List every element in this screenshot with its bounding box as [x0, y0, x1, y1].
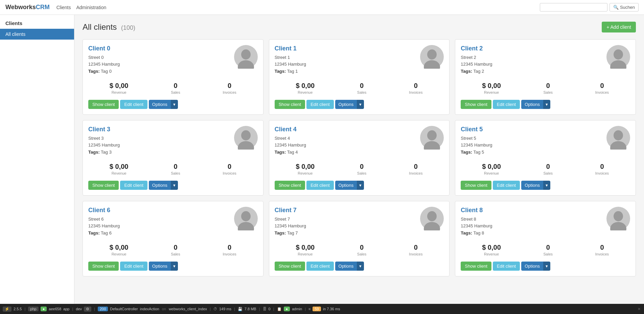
options-button[interactable]: Options: [521, 100, 543, 109]
invoices-stat: 0 Invoices: [223, 163, 236, 175]
search-input[interactable]: [540, 3, 607, 12]
sales-stat: 0 Sales: [357, 163, 367, 175]
sales-label: Sales: [544, 171, 553, 175]
client-name: Client 2: [461, 45, 603, 52]
avatar: [420, 126, 444, 150]
client-card-1: Client 1 Street 112345 Hamburg Tags: Tag…: [269, 39, 450, 115]
invoices-label: Invoices: [595, 252, 609, 256]
card-top: Client 6 Street 612345 Hamburg Tags: Tag…: [88, 207, 258, 236]
search-area: 🔍 Suchen: [540, 3, 639, 12]
revenue-stat: $ 0,00 Revenue: [296, 82, 315, 94]
options-caret-button[interactable]: ▾: [543, 100, 550, 109]
invoices-value: 0: [223, 244, 236, 251]
options-caret-button[interactable]: ▾: [357, 262, 364, 271]
show-client-button[interactable]: Show client: [275, 181, 305, 190]
options-button[interactable]: Options: [335, 181, 357, 190]
options-caret-button[interactable]: ▾: [357, 181, 364, 190]
show-client-button[interactable]: Show client: [88, 181, 119, 190]
client-stats: $ 0,00 Revenue 0 Sales 0 Invoices: [88, 244, 258, 256]
show-client-button[interactable]: Show client: [461, 100, 491, 109]
navbar: WebworksCRM Clients Administration 🔍 Suc…: [0, 0, 644, 15]
options-caret-button[interactable]: ▾: [171, 100, 178, 109]
invoices-label: Invoices: [409, 171, 422, 175]
sales-value: 0: [171, 163, 180, 171]
options-button[interactable]: Options: [521, 262, 543, 271]
edit-client-button[interactable]: Edit client: [120, 100, 147, 109]
edit-client-button[interactable]: Edit client: [306, 100, 334, 109]
client-info: Client 2 Street 212345 Hamburg Tags: Tag…: [461, 45, 603, 74]
svg-point-1: [241, 49, 251, 60]
options-caret-button[interactable]: ▾: [543, 262, 550, 271]
client-stats: $ 0,00 Revenue 0 Sales 0 Invoices: [275, 163, 444, 175]
client-grid: Client 0 Street 012345 Hamburg Tags: Tag…: [83, 39, 636, 276]
client-tags: Tags: Tag 7: [275, 230, 417, 236]
client-name: Client 4: [275, 126, 417, 133]
invoices-stat: 0 Invoices: [595, 82, 609, 94]
client-tags: Tags: Tag 8: [461, 230, 603, 236]
client-actions: Show client Edit client Options ▾: [88, 262, 258, 271]
client-actions: Show client Edit client Options ▾: [461, 181, 630, 190]
sidebar: Clients All clients: [0, 15, 74, 304]
options-button[interactable]: Options: [149, 262, 171, 271]
revenue-label: Revenue: [482, 171, 501, 175]
options-group: Options ▾: [149, 100, 178, 109]
svg-point-19: [241, 211, 251, 221]
client-count: (100): [121, 24, 135, 31]
avatar: [606, 207, 630, 230]
edit-client-button[interactable]: Edit client: [306, 262, 334, 271]
sidebar-item-all-clients[interactable]: All clients: [0, 29, 74, 40]
show-client-button[interactable]: Show client: [461, 262, 491, 271]
revenue-value: $ 0,00: [482, 82, 501, 90]
show-client-button[interactable]: Show client: [275, 100, 305, 109]
invoices-value: 0: [595, 163, 609, 171]
options-caret-button[interactable]: ▾: [171, 181, 178, 190]
client-card-3: Client 3 Street 312345 Hamburg Tags: Tag…: [83, 120, 263, 196]
sidebar-heading: Clients: [0, 20, 74, 29]
edit-client-button[interactable]: Edit client: [306, 181, 334, 190]
brand: WebworksCRM: [5, 4, 50, 11]
sales-stat: 0 Sales: [357, 82, 367, 94]
add-client-button[interactable]: + Add client: [602, 22, 636, 32]
sales-stat: 0 Sales: [544, 82, 553, 94]
client-card-5: Client 5 Street 512345 Hamburg Tags: Tag…: [455, 120, 636, 196]
edit-client-button[interactable]: Edit client: [493, 181, 520, 190]
sales-label: Sales: [171, 171, 180, 175]
invoices-stat: 0 Invoices: [223, 244, 236, 256]
show-client-button[interactable]: Show client: [275, 262, 305, 271]
revenue-stat: $ 0,00 Revenue: [482, 163, 501, 175]
client-info: Client 4 Street 412345 Hamburg Tags: Tag…: [275, 126, 417, 155]
nav-administration[interactable]: Administration: [76, 5, 107, 10]
show-client-button[interactable]: Show client: [88, 100, 119, 109]
options-caret-button[interactable]: ▾: [357, 100, 364, 109]
invoices-stat: 0 Invoices: [595, 244, 609, 256]
invoices-label: Invoices: [409, 90, 422, 94]
client-info: Client 5 Street 512345 Hamburg Tags: Tag…: [461, 126, 603, 155]
invoices-label: Invoices: [223, 171, 236, 175]
edit-client-button[interactable]: Edit client: [493, 100, 520, 109]
options-button[interactable]: Options: [335, 262, 357, 271]
sales-label: Sales: [544, 90, 553, 94]
sales-label: Sales: [544, 252, 553, 256]
options-button[interactable]: Options: [521, 181, 543, 190]
revenue-label: Revenue: [110, 90, 129, 94]
options-caret-button[interactable]: ▾: [543, 181, 550, 190]
show-client-button[interactable]: Show client: [461, 181, 491, 190]
edit-client-button[interactable]: Edit client: [120, 262, 147, 271]
edit-client-button[interactable]: Edit client: [120, 181, 147, 190]
edit-client-button[interactable]: Edit client: [493, 262, 520, 271]
options-button[interactable]: Options: [149, 100, 171, 109]
client-name: Client 5: [461, 126, 603, 133]
client-card-0: Client 0 Street 012345 Hamburg Tags: Tag…: [83, 39, 263, 115]
page-title: All clients (100): [83, 22, 135, 32]
client-stats: $ 0,00 Revenue 0 Sales 0 Invoices: [461, 244, 630, 256]
options-group: Options ▾: [335, 181, 364, 190]
search-button[interactable]: 🔍 Suchen: [610, 3, 639, 12]
sales-value: 0: [357, 244, 367, 251]
options-button[interactable]: Options: [335, 100, 357, 109]
nav-clients[interactable]: Clients: [56, 5, 71, 10]
client-info: Client 6 Street 612345 Hamburg Tags: Tag…: [88, 207, 231, 236]
options-button[interactable]: Options: [149, 181, 171, 190]
show-client-button[interactable]: Show client: [88, 262, 119, 271]
main-layout: Clients All clients All clients (100) + …: [0, 15, 644, 304]
options-caret-button[interactable]: ▾: [171, 262, 178, 271]
